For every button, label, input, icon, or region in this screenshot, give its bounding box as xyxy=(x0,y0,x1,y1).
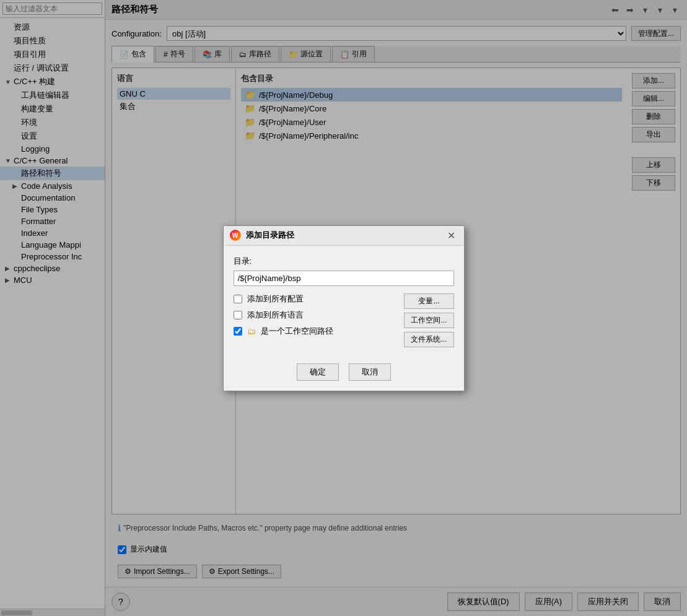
modal-title: W 添加目录路径 xyxy=(230,230,294,241)
check-all-configs-row: 添加到所有配置 xyxy=(234,293,397,305)
vars-button[interactable]: 变量... xyxy=(404,293,453,309)
modal-options-row: 添加到所有配置 添加到所有语言 🗂 是一个工作空间路径 变量... 工作空间..… xyxy=(234,293,454,347)
check-workspace-label: 是一个工作空间路径 xyxy=(261,326,333,337)
modal-checks: 添加到所有配置 添加到所有语言 🗂 是一个工作空间路径 xyxy=(234,293,397,347)
modal-side-buttons: 变量... 工作空间... 文件系统... xyxy=(404,293,453,347)
modal-overlay: W 添加目录路径 ✕ 目录: 添加到所有配置 添加到所有语言 xyxy=(0,0,687,616)
filesystem-button[interactable]: 文件系统... xyxy=(404,332,453,347)
check-all-configs[interactable] xyxy=(234,295,242,303)
check-all-configs-label: 添加到所有配置 xyxy=(247,293,304,305)
modal-dir-label: 目录: xyxy=(234,256,454,267)
check-all-langs[interactable] xyxy=(234,311,242,319)
workspace-button[interactable]: 工作空间... xyxy=(404,313,453,328)
modal-footer: 确定 取消 xyxy=(224,357,464,391)
modal-body: 目录: 添加到所有配置 添加到所有语言 🗂 是一个工作空间路径 xyxy=(224,246,464,357)
modal-logo-icon: W xyxy=(230,230,241,241)
modal-cancel-button[interactable]: 取消 xyxy=(349,363,391,381)
check-all-langs-row: 添加到所有语言 xyxy=(234,310,397,321)
check-all-langs-label: 添加到所有语言 xyxy=(247,310,304,321)
modal-title-text: 添加目录路径 xyxy=(246,230,294,241)
check-workspace[interactable] xyxy=(234,327,242,336)
modal-dir-input[interactable] xyxy=(234,271,454,286)
add-dir-modal: W 添加目录路径 ✕ 目录: 添加到所有配置 添加到所有语言 xyxy=(223,225,465,391)
modal-close-button[interactable]: ✕ xyxy=(445,230,458,241)
workspace-icon: 🗂 xyxy=(247,326,256,336)
check-workspace-row: 🗂 是一个工作空间路径 xyxy=(234,326,397,337)
modal-title-bar: W 添加目录路径 ✕ xyxy=(224,226,464,246)
modal-confirm-button[interactable]: 确定 xyxy=(297,363,339,381)
